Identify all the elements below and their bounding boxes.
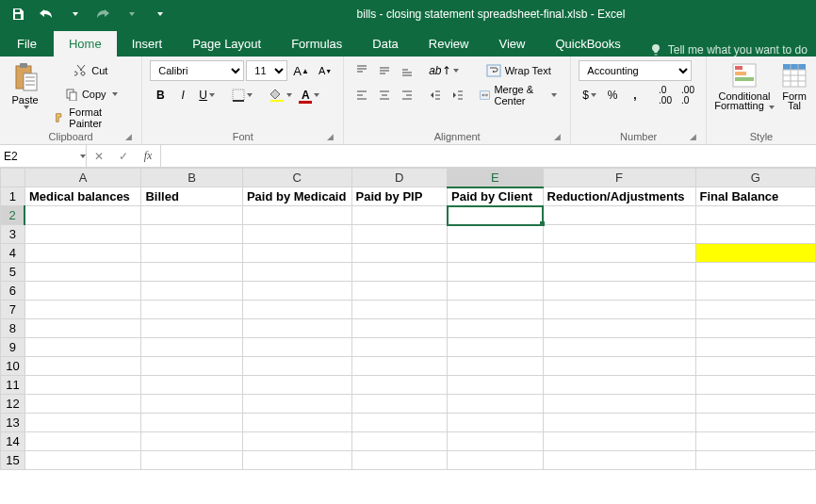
- bold-button[interactable]: B: [150, 85, 171, 106]
- name-box[interactable]: [0, 145, 87, 167]
- cell-B9[interactable]: [141, 338, 243, 357]
- cell-B3[interactable]: [141, 225, 243, 244]
- cell-B5[interactable]: [141, 263, 243, 282]
- cell-A1[interactable]: Medical balances: [24, 187, 141, 206]
- cell-E3[interactable]: [448, 225, 544, 244]
- cell-A10[interactable]: [24, 357, 141, 376]
- row-header-15[interactable]: 15: [1, 451, 25, 470]
- alignment-dialog-launcher[interactable]: ◢: [552, 132, 563, 141]
- orientation-button[interactable]: ab↗: [425, 60, 462, 81]
- cell-D7[interactable]: [351, 301, 447, 319]
- cell-C7[interactable]: [242, 301, 351, 319]
- format-painter-button[interactable]: Format Painter: [48, 107, 134, 128]
- cell-C6[interactable]: [242, 282, 351, 301]
- cell-F15[interactable]: [543, 451, 695, 470]
- borders-button[interactable]: [228, 85, 256, 106]
- cell-A15[interactable]: [24, 451, 141, 470]
- decrease-indent-button[interactable]: [425, 85, 446, 106]
- cell-E10[interactable]: [448, 357, 544, 376]
- fx-icon[interactable]: fx: [136, 145, 160, 168]
- cell-E8[interactable]: [448, 319, 544, 338]
- cell-B7[interactable]: [141, 301, 243, 319]
- cell-E12[interactable]: [448, 395, 544, 414]
- column-header-F[interactable]: F: [543, 169, 695, 187]
- increase-font-button[interactable]: A▲: [289, 60, 313, 81]
- cell-C8[interactable]: [242, 319, 351, 338]
- cell-B10[interactable]: [141, 357, 243, 376]
- column-header-D[interactable]: D: [351, 169, 447, 187]
- cell-B12[interactable]: [141, 395, 243, 414]
- cell-G8[interactable]: [695, 319, 816, 338]
- align-center-button[interactable]: [374, 85, 395, 106]
- cell-G10[interactable]: [695, 357, 816, 376]
- copy-button[interactable]: Copy: [48, 84, 134, 105]
- cell-G9[interactable]: [695, 338, 816, 357]
- decrease-decimal-button[interactable]: .00.0: [677, 85, 698, 106]
- tab-formulas[interactable]: Formulas: [276, 31, 357, 57]
- row-header-11[interactable]: 11: [1, 376, 25, 395]
- row-header-13[interactable]: 13: [1, 414, 25, 432]
- cell-F6[interactable]: [543, 282, 695, 301]
- cell-E5[interactable]: [448, 263, 544, 282]
- name-box-dropdown[interactable]: [77, 154, 86, 158]
- cell-D14[interactable]: [351, 432, 447, 451]
- cell-B1[interactable]: Billed: [141, 187, 243, 206]
- cell-D12[interactable]: [351, 395, 447, 414]
- cell-F1[interactable]: Reduction/Adjustments: [543, 187, 695, 206]
- cell-B2[interactable]: [141, 206, 243, 225]
- increase-indent-button[interactable]: [448, 85, 468, 106]
- fill-color-button[interactable]: [266, 85, 296, 106]
- conditional-formatting-button[interactable]: Conditional Formatting: [714, 60, 775, 111]
- redo-dropdown[interactable]: [119, 2, 143, 26]
- cell-G1[interactable]: Final Balance: [695, 187, 816, 206]
- row-header-12[interactable]: 12: [1, 395, 25, 414]
- cell-F2[interactable]: [543, 206, 695, 225]
- cell-C10[interactable]: [242, 357, 351, 376]
- cell-A9[interactable]: [24, 338, 141, 357]
- undo-button[interactable]: [34, 2, 58, 26]
- number-dialog-launcher[interactable]: ◢: [688, 132, 698, 141]
- format-as-table-button[interactable]: Form Tal: [780, 60, 808, 111]
- cell-D15[interactable]: [351, 451, 447, 470]
- qat-customize[interactable]: [147, 2, 171, 26]
- cell-D9[interactable]: [351, 338, 447, 357]
- cell-G7[interactable]: [695, 301, 816, 319]
- cell-G15[interactable]: [695, 451, 816, 470]
- cell-D8[interactable]: [351, 319, 447, 338]
- cell-B13[interactable]: [141, 414, 243, 432]
- font-name-combo[interactable]: Calibri: [150, 60, 244, 81]
- cell-F8[interactable]: [543, 319, 695, 338]
- cell-D5[interactable]: [351, 263, 447, 282]
- cell-D1[interactable]: Paid by PIP: [351, 187, 447, 206]
- cell-C14[interactable]: [242, 432, 351, 451]
- cell-A2[interactable]: [24, 206, 141, 225]
- cell-G14[interactable]: [695, 432, 816, 451]
- paste-button[interactable]: Paste: [8, 60, 42, 109]
- font-dialog-launcher[interactable]: ◢: [325, 132, 335, 141]
- cell-F3[interactable]: [543, 225, 695, 244]
- cell-D10[interactable]: [351, 357, 447, 376]
- column-header-A[interactable]: A: [24, 169, 141, 187]
- column-header-B[interactable]: B: [141, 169, 243, 187]
- align-left-button[interactable]: [351, 85, 372, 106]
- number-format-combo[interactable]: Accounting: [579, 60, 692, 81]
- font-color-button[interactable]: A: [298, 85, 323, 106]
- row-header-5[interactable]: 5: [1, 263, 25, 282]
- font-size-combo[interactable]: 11: [246, 60, 287, 81]
- cell-E1[interactable]: Paid by Client: [448, 187, 544, 206]
- cell-E11[interactable]: [448, 376, 544, 395]
- row-header-14[interactable]: 14: [1, 432, 25, 451]
- cell-G12[interactable]: [695, 395, 816, 414]
- cell-D6[interactable]: [351, 282, 447, 301]
- cell-E15[interactable]: [448, 451, 544, 470]
- row-header-3[interactable]: 3: [1, 225, 25, 244]
- cell-A12[interactable]: [24, 395, 141, 414]
- cell-C12[interactable]: [242, 395, 351, 414]
- cell-G2[interactable]: [695, 206, 816, 225]
- row-header-1[interactable]: 1: [1, 187, 25, 206]
- cell-D13[interactable]: [351, 414, 447, 432]
- column-header-G[interactable]: G: [695, 169, 816, 187]
- clipboard-dialog-launcher[interactable]: ◢: [123, 132, 134, 141]
- cell-F14[interactable]: [543, 432, 695, 451]
- align-top-button[interactable]: [351, 60, 372, 81]
